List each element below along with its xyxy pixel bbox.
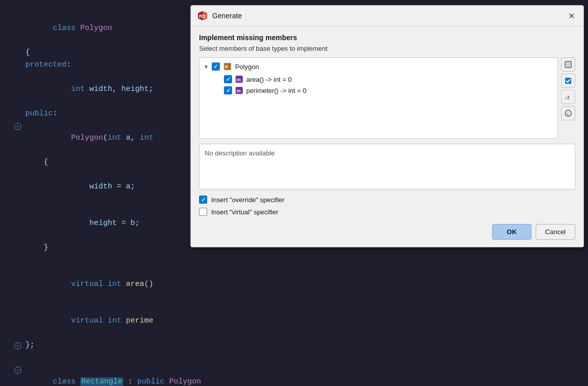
gutter: ◇ xyxy=(10,342,25,349)
code-line xyxy=(10,254,588,266)
perimeter-checkbox[interactable]: ✓ xyxy=(224,86,232,94)
virtual-label: Insert "virtual" specifier xyxy=(211,208,278,216)
description-text: No description available xyxy=(205,149,275,157)
svg-text:c: c xyxy=(567,111,569,116)
override-checkbox[interactable]: ✓ xyxy=(199,196,207,204)
area-checkbox[interactable]: ✓ xyxy=(224,75,232,83)
perimeter-label: perimeter() -> int = 0 xyxy=(246,87,307,94)
virtual-checkbox-row: Insert "virtual" specifier xyxy=(199,208,575,216)
polygon-type-icon: P xyxy=(223,62,232,71)
tree-item-area: ✓ m area() -> int = 0 xyxy=(224,75,553,83)
area-label: area() -> int = 0 xyxy=(246,76,292,83)
sort-button[interactable]: ↓z xyxy=(561,90,575,104)
section-title: Implement missing members xyxy=(199,34,575,42)
svg-rect-11 xyxy=(566,62,570,67)
gutter: ◇ xyxy=(10,367,25,374)
description-panel: No description available xyxy=(199,144,575,189)
dialog-body: Implement missing members Select members… xyxy=(191,26,583,247)
override-label: Insert "override" specifier xyxy=(211,196,284,204)
dialog-footer: OK Cancel xyxy=(199,220,575,240)
svg-text:↓z: ↓z xyxy=(565,94,570,100)
method-icon-area: m xyxy=(235,75,243,83)
copy-doc-icon: c xyxy=(564,109,572,117)
close-button[interactable]: ✕ xyxy=(565,10,577,22)
deselect-all-button[interactable] xyxy=(561,57,575,72)
copy-doccomment-button[interactable]: c xyxy=(561,106,575,120)
svg-text:m: m xyxy=(237,88,241,93)
deselect-all-icon xyxy=(564,60,572,69)
breakpoint-icon: ◇ xyxy=(14,123,21,130)
svg-text:P: P xyxy=(225,65,228,70)
code-line: ◇ }; xyxy=(10,339,588,351)
rd-logo-icon: RD xyxy=(197,10,208,21)
dialog-main-area: ▼ ✓ P Polygon ✓ xyxy=(199,57,575,139)
method-icon-perimeter: m xyxy=(235,86,243,94)
code-line: ◇ class Rectangle : public Polygon xyxy=(10,364,588,386)
code-line xyxy=(10,351,588,364)
override-checkbox-row: ✓ Insert "override" specifier xyxy=(199,196,575,204)
code-line: virtual int perime xyxy=(10,303,588,339)
polygon-checkbox[interactable]: ✓ xyxy=(212,62,220,71)
select-all-icon xyxy=(564,77,572,85)
arrow-icon: ◇ xyxy=(14,367,21,374)
sort-icon: ↓z xyxy=(564,93,572,101)
dialog-subtitle: Select members of base types to implemen… xyxy=(199,45,575,52)
generate-dialog: RD Generate ✕ Implement missing members … xyxy=(190,5,584,247)
polygon-tree-label: Polygon xyxy=(235,63,259,71)
gutter: ◇ xyxy=(10,123,25,130)
sidebar-buttons: ↓z c xyxy=(561,57,575,139)
code-line: virtual int area() xyxy=(10,266,588,303)
bookmark-icon: ◇ xyxy=(14,342,21,349)
select-all-button[interactable] xyxy=(561,74,575,88)
svg-rect-12 xyxy=(565,78,571,84)
tree-children: ✓ m area() -> int = 0 ✓ xyxy=(204,75,553,94)
cancel-button[interactable]: Cancel xyxy=(536,224,575,240)
ok-button[interactable]: OK xyxy=(492,224,532,240)
tree-panel: ▼ ✓ P Polygon ✓ xyxy=(199,57,558,139)
svg-text:m: m xyxy=(237,77,241,82)
svg-text:RD: RD xyxy=(199,14,206,19)
dialog-title: Generate xyxy=(212,12,565,20)
chevron-down-icon: ▼ xyxy=(204,64,209,70)
virtual-checkbox[interactable] xyxy=(199,208,207,216)
tree-root-polygon: ▼ ✓ P Polygon xyxy=(204,62,553,71)
dialog-titlebar: RD Generate ✕ xyxy=(191,6,583,26)
tree-item-perimeter: ✓ m perimeter() -> int = 0 xyxy=(224,86,553,94)
